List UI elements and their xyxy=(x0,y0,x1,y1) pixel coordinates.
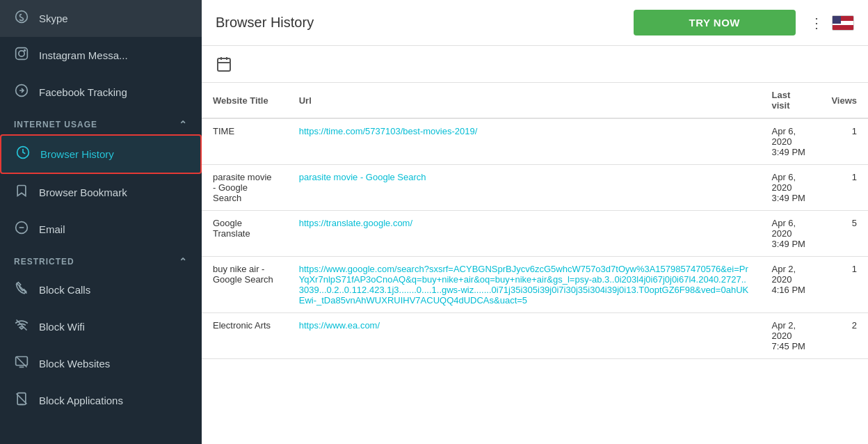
page-title: Browser History xyxy=(216,15,620,31)
bookmark-icon xyxy=(14,184,29,201)
sidebar-label-block-applications: Block Applications xyxy=(39,395,123,406)
sidebar-item-block-calls[interactable]: Block Calls xyxy=(0,271,202,308)
topbar-icons: ⋮ xyxy=(810,15,854,31)
sidebar-label-browser-history: Browser History xyxy=(40,148,114,160)
main-content: Browser History TRY NOW ⋮ Website Title xyxy=(202,0,868,444)
sidebar-label-block-calls: Block Calls xyxy=(39,284,90,296)
restricted-section-header: RESTRICTED ⌃ xyxy=(0,248,202,271)
cell-url[interactable]: parasite movie - Google Search xyxy=(288,165,761,211)
instagram-icon xyxy=(14,47,29,64)
table-row: Electronic Artshttps://www.ea.com/Apr 2,… xyxy=(202,313,868,359)
cell-title: TIME xyxy=(202,118,288,165)
cell-views: 5 xyxy=(820,211,868,257)
col-website-title: Website Title xyxy=(202,83,288,119)
svg-rect-1 xyxy=(16,48,28,60)
sidebar-item-skype[interactable]: Skype xyxy=(0,0,202,37)
url-link[interactable]: https://www.google.com/search?sxsrf=ACYB… xyxy=(299,264,748,306)
col-views: Views xyxy=(820,83,868,119)
table-row: buy nike air - Google Searchhttps://www.… xyxy=(202,257,868,313)
table-row: parasite movie - Google Searchparasite m… xyxy=(202,165,868,211)
cell-url[interactable]: https://www.google.com/search?sxsrf=ACYB… xyxy=(288,257,761,313)
more-options-icon[interactable]: ⋮ xyxy=(810,15,825,31)
table-header-row: Website Title Url Last visit Views xyxy=(202,83,868,119)
cell-title: buy nike air - Google Search xyxy=(202,257,288,313)
col-url: Url xyxy=(288,83,761,119)
url-link[interactable]: https://www.ea.com/ xyxy=(299,320,380,331)
col-last-visit: Last visit xyxy=(761,83,821,119)
cell-title: Google Translate xyxy=(202,211,288,257)
cell-views: 1 xyxy=(820,165,868,211)
table-row: TIMEhttps://time.com/5737103/best-movies… xyxy=(202,118,868,165)
cell-last-visit: Apr 2, 2020 4:16 PM xyxy=(761,257,821,313)
url-link[interactable]: https://time.com/5737103/best-movies-201… xyxy=(299,126,478,136)
cell-url[interactable]: https://time.com/5737103/best-movies-201… xyxy=(288,118,761,165)
cell-url[interactable]: https://www.ea.com/ xyxy=(288,313,761,359)
sidebar-item-block-websites[interactable]: Block Websites xyxy=(0,345,202,382)
try-now-button[interactable]: TRY NOW xyxy=(634,10,796,35)
browser-history-table: Website Title Url Last visit Views TIMEh… xyxy=(202,82,868,359)
sidebar-label-browser-bookmark: Browser Bookmark xyxy=(39,187,127,198)
block-wifi-icon xyxy=(14,318,29,335)
cell-last-visit: Apr 6, 2020 3:49 PM xyxy=(761,211,821,257)
sidebar-item-browser-history[interactable]: Browser History xyxy=(0,134,202,174)
content-area: Website Title Url Last visit Views TIMEh… xyxy=(202,46,868,444)
sidebar-item-block-wifi[interactable]: Block Wifi xyxy=(0,308,202,345)
table-row: Google Translatehttps://translate.google… xyxy=(202,211,868,257)
svg-point-3 xyxy=(24,50,26,51)
sidebar-label-facebook: Facebook Tracking xyxy=(39,86,127,98)
block-calls-icon xyxy=(14,281,29,299)
svg-point-2 xyxy=(19,51,24,56)
facebook-icon xyxy=(14,84,29,101)
sidebar-label-skype: Skype xyxy=(39,13,68,24)
cell-url[interactable]: https://translate.google.com/ xyxy=(288,211,761,257)
block-websites-icon xyxy=(14,355,29,372)
sidebar-label-block-wifi: Block Wifi xyxy=(39,321,85,333)
sidebar: Skype Instagram Messa... Facebook Tracki… xyxy=(0,0,202,444)
sidebar-label-instagram: Instagram Messa... xyxy=(39,49,128,61)
cell-last-visit: Apr 6, 2020 3:49 PM xyxy=(761,118,821,165)
cell-views: 1 xyxy=(820,118,868,165)
sidebar-item-browser-bookmark[interactable]: Browser Bookmark xyxy=(0,174,202,211)
svg-rect-16 xyxy=(218,58,230,71)
sidebar-label-block-websites: Block Websites xyxy=(39,358,110,370)
sidebar-item-facebook[interactable]: Facebook Tracking xyxy=(0,74,202,111)
internet-usage-chevron[interactable]: ⌃ xyxy=(179,119,188,130)
url-link[interactable]: parasite movie - Google Search xyxy=(299,172,426,182)
cell-views: 2 xyxy=(820,313,868,359)
clock-icon xyxy=(15,145,31,163)
sidebar-label-email: Email xyxy=(39,223,65,235)
topbar: Browser History TRY NOW ⋮ xyxy=(202,0,868,46)
email-icon xyxy=(14,221,29,238)
cell-views: 1 xyxy=(820,257,868,313)
cell-title: Electronic Arts xyxy=(202,313,288,359)
cell-last-visit: Apr 2, 2020 7:45 PM xyxy=(761,313,821,359)
block-applications-icon xyxy=(14,392,29,409)
sidebar-item-email[interactable]: Email xyxy=(0,211,202,248)
cell-title: parasite movie - Google Search xyxy=(202,165,288,211)
sidebar-item-block-applications[interactable]: Block Applications xyxy=(0,382,202,419)
calendar-row xyxy=(202,46,868,82)
calendar-icon[interactable] xyxy=(216,56,232,77)
url-link[interactable]: https://translate.google.com/ xyxy=(299,218,412,228)
internet-usage-section-header: INTERNET USAGE ⌃ xyxy=(0,111,202,134)
restricted-chevron[interactable]: ⌃ xyxy=(179,256,188,267)
cell-last-visit: Apr 6, 2020 3:49 PM xyxy=(761,165,821,211)
skype-icon xyxy=(14,10,29,27)
language-flag-icon[interactable] xyxy=(832,15,854,31)
sidebar-item-instagram[interactable]: Instagram Messa... xyxy=(0,37,202,74)
